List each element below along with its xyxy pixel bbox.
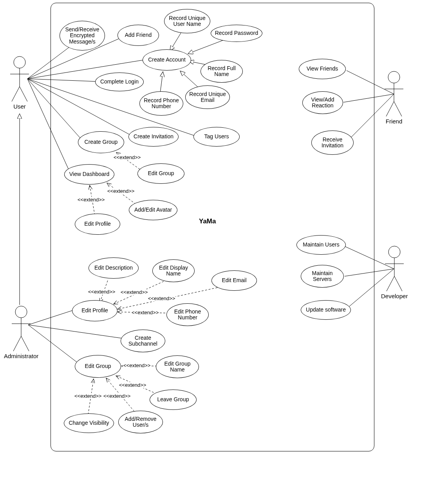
usecase-update-software: Update software [301, 300, 351, 320]
usecase-create-group: Create Group [78, 131, 124, 153]
usecase-view-dashboard: View Dashboard [64, 164, 114, 185]
usecase-edit-email: Edit Email [211, 270, 257, 291]
svg-point-34 [14, 56, 25, 68]
diagram-canvas: YaMa [0, 0, 448, 491]
usecase-create-invitation: Create Invitation [128, 127, 179, 147]
actor-user: User [9, 55, 31, 110]
actor-administrator: Administrator [4, 305, 38, 359]
usecase-add-remove-users: Add/Remove User/s [118, 411, 163, 433]
usecase-add-edit-avatar: Add/Edit Avatar [129, 200, 177, 220]
usecase-record-password: Record Password [211, 25, 262, 42]
usecase-edit-group-name: Edit Group Name [156, 355, 199, 378]
actor-friend: Friend [383, 70, 405, 125]
usecase-edit-profile-user: Edit Profile [75, 214, 120, 235]
actor-developer: Developer [381, 245, 408, 299]
extend-label-9: <<extend>> [119, 382, 146, 388]
extend-label-4: <<extend>> [88, 289, 116, 295]
extend-label-6: <<extend>> [148, 295, 175, 301]
svg-line-48 [394, 101, 402, 116]
usecase-leave-group: Leave Group [150, 390, 197, 410]
usecase-create-subchannel: Create Subchannel [121, 330, 165, 352]
usecase-view-friends: View Friends [299, 59, 346, 79]
extend-label-3: <<extend>> [77, 197, 105, 203]
svg-point-49 [388, 246, 400, 258]
extend-label-11: <<extend>> [74, 393, 102, 399]
usecase-edit-group-admin: Edit Group [75, 355, 121, 378]
usecase-record-full-name: Record Full Name [201, 60, 243, 83]
usecase-create-account: Create Account [143, 49, 191, 71]
usecase-add-friend: Add Friend [117, 25, 159, 46]
usecase-record-unique-user-name: Record Unique User Name [164, 9, 210, 33]
usecase-complete-login: Complete Login [95, 72, 144, 91]
svg-line-43 [21, 336, 29, 351]
extend-label-1: <<extend>> [113, 154, 141, 160]
extend-label-10: <<extend>> [103, 393, 131, 399]
actor-friend-label: Friend [386, 118, 403, 125]
svg-point-39 [15, 306, 27, 318]
usecase-edit-profile-admin: Edit Profile [72, 300, 117, 321]
usecase-receive-invitation: Receive Invitation [311, 130, 354, 155]
actor-user-label: User [13, 103, 26, 110]
usecase-change-visibility: Change Visibility [64, 413, 114, 433]
svg-line-38 [20, 87, 27, 101]
usecase-record-unique-email: Record Unique Email [185, 85, 230, 109]
svg-line-42 [13, 336, 21, 351]
svg-line-52 [387, 276, 394, 291]
actor-administrator-label: Administrator [4, 353, 38, 359]
usecase-maintain-users: Maintain Users [296, 235, 346, 255]
extend-label-8: <<extend>> [123, 362, 151, 368]
actor-developer-label: Developer [381, 293, 408, 299]
usecase-tag-users: Tag Users [193, 127, 240, 147]
usecase-edit-phone-number: Edit Phone Number [166, 303, 209, 326]
usecase-maintain-servers: Maintain Servers [301, 265, 344, 288]
extend-label-2: <<extend>> [107, 188, 135, 194]
svg-line-47 [386, 101, 394, 116]
usecase-edit-description: Edit Description [89, 257, 139, 279]
usecase-send-receive-encrypted: Send/Receive Encrypted Message/s [60, 21, 105, 51]
extend-label-5: <<extend>> [120, 289, 148, 295]
usecase-edit-display-name: Edit Display Name [152, 259, 195, 282]
system-title: YaMa [199, 217, 216, 225]
usecase-view-add-reaction: View/Add Reaction [302, 91, 343, 114]
usecase-record-phone-number: Record Phone Number [139, 91, 183, 116]
extend-label-7: <<extend>> [131, 310, 159, 315]
svg-line-53 [394, 276, 402, 291]
svg-point-44 [388, 71, 400, 83]
usecase-edit-group-user: Edit Group [137, 163, 184, 184]
svg-line-37 [12, 87, 20, 101]
